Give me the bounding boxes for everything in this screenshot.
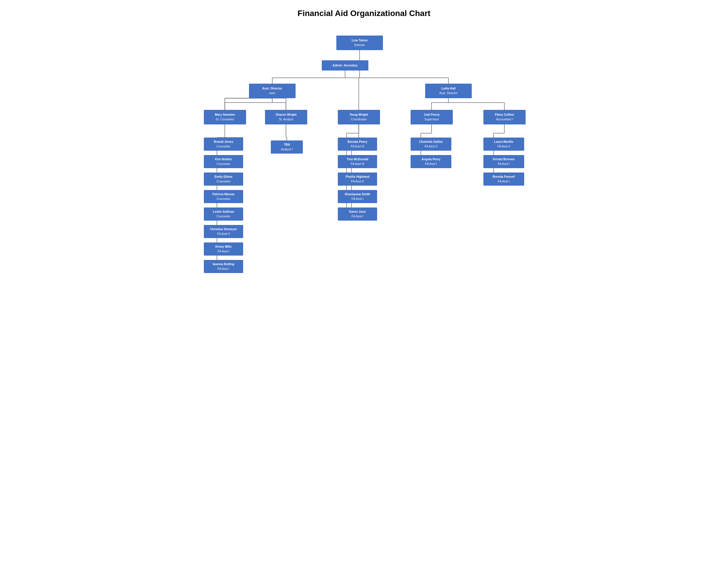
node-angela-perry: Angela Perry FA Asst I (411, 155, 451, 168)
node-kim-nettles: Kim Nettles Counselor (204, 155, 243, 168)
node-kristy-mills: Kristy Mills FA Asst I (204, 242, 243, 255)
node-leslie-sullivan: Leslie Sullivan Counselor (204, 207, 243, 220)
node-karen-june: Karen June FA Asst I (338, 207, 377, 220)
node-tina-mcdonald: Tina McDonald FA Asst III (338, 155, 377, 168)
node-iwanna-rolling: Iwanna Rolling FA Asst I (204, 260, 243, 273)
org-chart: Lisa Tatom Director Admin. Secretary Ass… (189, 30, 539, 292)
node-patricia-macias: Patricia Macias Counselor (204, 190, 243, 203)
node-asst-director-left: Asst. Director eam (249, 84, 296, 98)
node-brandi-jones: Brandi Jones Counselor (204, 137, 243, 151)
node-emily-elkins: Emily Elkins Counselor (204, 172, 243, 186)
node-patsy-collins: Patsy Collins Accountant I (483, 110, 526, 124)
node-tbn: TBN Analyst I (271, 140, 303, 153)
node-jodi-peevy: Jodi Peevy Supervisor (411, 110, 453, 124)
node-sharon-wright: Sharon Wright Sr. Analyst (265, 110, 307, 124)
node-lydia-hall: Lydia Hall Asst. Director (425, 84, 472, 98)
node-lisa-tatom: Lisa Tatom Director (336, 36, 383, 50)
page-title: Financial Aid Organizational Chart (6, 9, 722, 18)
node-shaniquwa-smith: Shaniquwa Smith FA Asst I (338, 190, 377, 203)
node-doug-wright: Doug Wright Coordinator (338, 110, 380, 124)
node-kristal-briones: Kristal Briones FA Asst I (483, 155, 524, 168)
node-brenda-peery: Brenda Peery FA Asst III (338, 137, 377, 151)
node-christine-homeyer: Christine Homeyer FA Asst II (204, 225, 243, 238)
node-laura-murillo: Laura Murillo FA Asst II (483, 137, 524, 151)
node-charlotte-gallier: Charlotte Gallier FA Asst II (411, 137, 451, 151)
node-brenda-pannell: Brenda Pannell FA Asst I (483, 172, 524, 186)
node-phyllis-highland: Phyllis Highland FA Asst II (338, 172, 377, 186)
node-mary-sweeten: Mary Sweeten Sr. Counselor (204, 110, 246, 124)
node-admin-secretary: Admin. Secretary (322, 60, 368, 70)
